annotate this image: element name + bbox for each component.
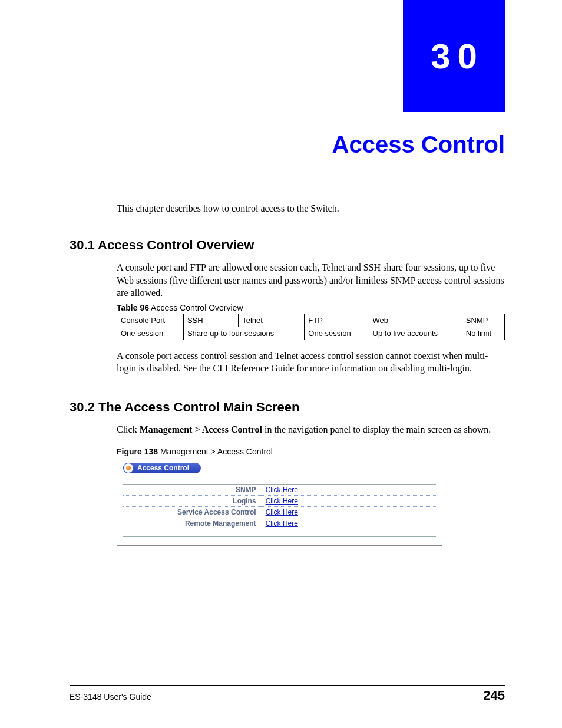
table-caption: Table 96 Access Control Overview bbox=[117, 303, 505, 312]
page-footer: ES-3148 User's Guide 245 bbox=[70, 685, 505, 703]
overview-paragraph-2: A console port access control session an… bbox=[117, 350, 505, 375]
figure-caption-text: Management > Access Control bbox=[158, 447, 273, 456]
chapter-intro: This chapter describes how to control ac… bbox=[117, 203, 505, 214]
td-console: One session bbox=[117, 327, 184, 340]
th-web: Web bbox=[369, 314, 462, 327]
row-label-logins: Logins bbox=[123, 495, 261, 506]
main-screen-instruction: Click Management > Access Control in the… bbox=[117, 423, 505, 436]
instr-path: Management > Access Control bbox=[140, 424, 262, 434]
td-snmp: No limit bbox=[462, 327, 504, 340]
row-label-remote-management: Remote Management bbox=[123, 518, 261, 529]
figure-caption: Figure 138 Management > Access Control bbox=[117, 447, 505, 456]
table-header-row: Console Port SSH Telnet FTP Web SNMP bbox=[117, 314, 505, 327]
instr-post: in the navigation panel to display the m… bbox=[262, 424, 491, 434]
instr-pre: Click bbox=[117, 424, 140, 434]
td-ftp: One session bbox=[305, 327, 369, 340]
screen-title-label: Access Control bbox=[137, 464, 189, 472]
table-caption-text: Access Control Overview bbox=[149, 303, 243, 312]
table-caption-number: Table 96 bbox=[117, 303, 149, 312]
screen-title-pill: Access Control bbox=[123, 463, 201, 473]
row-label-service-access: Service Access Control bbox=[123, 506, 261, 518]
chapter-title: Access Control bbox=[332, 131, 505, 158]
footer-guide-name: ES-3148 User's Guide bbox=[70, 692, 151, 701]
link-snmp[interactable]: Click Here bbox=[266, 486, 298, 494]
figure-link-table: SNMP Click Here Logins Click Here Servic… bbox=[123, 485, 436, 529]
section-heading-main-screen: 30.2 The Access Control Main Screen bbox=[70, 400, 505, 415]
td-ssh-telnet: Share up to four sessions bbox=[183, 327, 304, 340]
overview-table: Console Port SSH Telnet FTP Web SNMP One… bbox=[117, 314, 505, 340]
figure-row-snmp: SNMP Click Here bbox=[123, 485, 436, 496]
figure-row-service-access: Service Access Control Click Here bbox=[123, 506, 436, 518]
footer-page-number: 245 bbox=[483, 688, 505, 703]
figure-access-control-screen: Access Control SNMP Click Here Logins Cl… bbox=[117, 459, 442, 546]
figure-caption-number: Figure 138 bbox=[117, 447, 158, 456]
link-logins[interactable]: Click Here bbox=[266, 497, 298, 505]
figure-divider-bottom bbox=[123, 536, 436, 537]
th-snmp: SNMP bbox=[462, 314, 504, 327]
th-console: Console Port bbox=[117, 314, 184, 327]
row-label-snmp: SNMP bbox=[123, 485, 261, 496]
overview-paragraph-1: A console port and FTP are allowed one s… bbox=[117, 261, 505, 299]
th-ssh: SSH bbox=[183, 314, 238, 327]
figure-row-logins: Logins Click Here bbox=[123, 495, 436, 506]
page-content: This chapter describes how to control ac… bbox=[70, 203, 505, 546]
section-heading-overview: 30.1 Access Control Overview bbox=[70, 238, 505, 253]
table-data-row: One session Share up to four sessions On… bbox=[117, 327, 505, 340]
link-remote-management[interactable]: Click Here bbox=[266, 519, 298, 528]
th-ftp: FTP bbox=[305, 314, 369, 327]
link-service-access[interactable]: Click Here bbox=[266, 508, 298, 516]
chapter-tab: 30 bbox=[403, 0, 505, 112]
chapter-number: 30 bbox=[424, 36, 484, 77]
th-telnet: Telnet bbox=[239, 314, 305, 327]
pill-dot-icon bbox=[123, 463, 134, 473]
td-web: Up to five accounts bbox=[369, 327, 462, 340]
figure-row-remote-management: Remote Management Click Here bbox=[123, 518, 436, 529]
